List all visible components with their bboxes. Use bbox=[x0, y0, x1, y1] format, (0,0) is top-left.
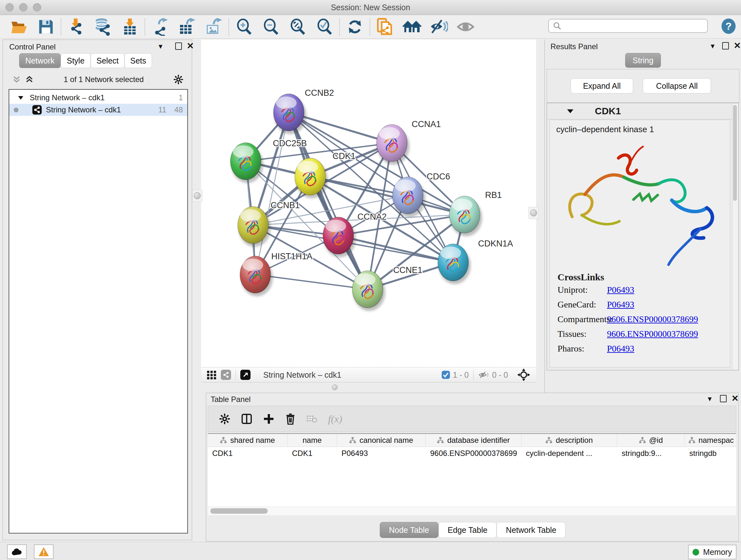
panel-menu-caret-icon[interactable]: ▾ bbox=[158, 42, 162, 51]
node-section-header[interactable]: CDK1 bbox=[547, 103, 738, 119]
expand-all-chevron-icon[interactable] bbox=[24, 75, 34, 84]
export-table-icon[interactable] bbox=[174, 17, 200, 37]
panel-menu-caret-icon[interactable]: ▾ bbox=[711, 42, 715, 51]
tab-sets[interactable]: Sets bbox=[125, 53, 152, 68]
left-splitter-handle[interactable] bbox=[192, 190, 202, 202]
crosslink-link[interactable]: 9606.ENSP00000378699 bbox=[607, 314, 698, 324]
edge-HIST1H1A-CCNB2[interactable] bbox=[255, 112, 289, 274]
results-vertical-scrollbar[interactable] bbox=[732, 104, 738, 369]
fit-pan-crosshair-icon[interactable] bbox=[517, 368, 530, 381]
node-CDC25B[interactable] bbox=[230, 143, 263, 183]
tab-string[interactable]: String bbox=[625, 53, 661, 68]
table-cell[interactable]: stringdb:9... bbox=[617, 449, 685, 458]
search-input[interactable] bbox=[565, 21, 703, 30]
hidden-eye-slash-icon[interactable] bbox=[478, 370, 489, 380]
column-header-name[interactable]: name bbox=[287, 434, 337, 447]
node-RB1[interactable] bbox=[449, 196, 482, 236]
crosslink-link[interactable]: 9606.ENSP00000378699 bbox=[607, 329, 698, 339]
search-box[interactable] bbox=[548, 19, 708, 33]
tab-edge-table[interactable]: Edge Table bbox=[439, 522, 497, 538]
node-CCNE1[interactable] bbox=[352, 271, 385, 311]
column-header-description[interactable]: description bbox=[522, 434, 617, 447]
selected-checkbox-icon[interactable] bbox=[441, 370, 450, 379]
tab-style[interactable]: Style bbox=[61, 53, 91, 68]
node-CDKN1A[interactable] bbox=[438, 244, 471, 284]
node-CCNA2[interactable] bbox=[323, 217, 356, 257]
table-cell[interactable]: CDK1 bbox=[287, 449, 337, 458]
help-button[interactable]: ? bbox=[721, 18, 736, 34]
network-row-selected[interactable]: String Network – cdk1 11 48 bbox=[9, 104, 187, 116]
hide-selected-icon[interactable] bbox=[425, 17, 452, 37]
tab-network[interactable]: Network bbox=[19, 53, 61, 68]
network-collection-row[interactable]: String Network – cdk1 1 bbox=[9, 91, 187, 104]
bottom-splitter-handle[interactable] bbox=[332, 384, 338, 390]
zoom-out-icon[interactable] bbox=[258, 17, 284, 37]
node-CDK1[interactable] bbox=[295, 158, 328, 198]
table-cell[interactable]: stringdb bbox=[685, 449, 736, 458]
close-panel-icon[interactable]: ✕ bbox=[731, 394, 739, 403]
collapse-all-button[interactable]: Collapse All bbox=[643, 78, 711, 94]
zoom-fit-icon[interactable] bbox=[284, 17, 311, 37]
zoom-selected-icon[interactable] bbox=[311, 17, 338, 37]
scrollbar-thumb[interactable] bbox=[733, 105, 737, 201]
collapse-all-chevron-icon[interactable] bbox=[12, 75, 21, 84]
tree-expand-icon[interactable] bbox=[17, 95, 24, 101]
function-icon[interactable]: f(x) bbox=[328, 413, 342, 425]
column-header-@id[interactable]: @id bbox=[617, 434, 685, 447]
gear-icon[interactable] bbox=[173, 74, 184, 84]
tab-node-table[interactable]: Node Table bbox=[380, 522, 439, 538]
split-columns-icon[interactable] bbox=[241, 413, 252, 425]
tab-select[interactable]: Select bbox=[91, 53, 125, 68]
clear-table-icon[interactable] bbox=[307, 415, 317, 423]
float-panel-icon[interactable] bbox=[720, 395, 727, 402]
duplicate-network-icon[interactable] bbox=[372, 17, 399, 37]
network-canvas[interactable]: CCNB2CCNA1CDC25BCDK1CDC6RB1CCNB1CCNA2CDK… bbox=[201, 40, 536, 367]
warning-button[interactable] bbox=[34, 544, 54, 559]
edge-CDK1-RB1[interactable] bbox=[310, 177, 465, 214]
save-session-icon[interactable] bbox=[32, 17, 59, 37]
table-cell[interactable]: 9606.ENSP00000378699 bbox=[426, 449, 522, 458]
node-table[interactable]: shared name name canonical name database… bbox=[208, 433, 736, 507]
houses-icon[interactable] bbox=[399, 17, 425, 37]
right-splitter-handle[interactable] bbox=[529, 207, 539, 219]
table-cell[interactable]: cyclin-dependent ... bbox=[522, 449, 617, 458]
float-panel-icon[interactable] bbox=[722, 42, 729, 50]
expand-all-button[interactable]: Expand All bbox=[570, 78, 633, 94]
crosslink-link[interactable]: P06493 bbox=[607, 344, 634, 354]
export-image-icon[interactable] bbox=[200, 17, 227, 37]
gear-icon[interactable] bbox=[219, 413, 230, 425]
scrollbar-thumb[interactable] bbox=[210, 508, 268, 514]
cloud-button[interactable] bbox=[7, 544, 27, 559]
delete-icon[interactable] bbox=[285, 413, 295, 425]
add-icon[interactable] bbox=[263, 413, 274, 425]
open-in-new-window-icon[interactable] bbox=[240, 370, 251, 380]
show-all-icon[interactable] bbox=[452, 17, 479, 37]
import-network-icon[interactable] bbox=[63, 17, 90, 37]
section-collapse-icon[interactable] bbox=[567, 108, 574, 114]
import-database-icon[interactable] bbox=[90, 17, 117, 37]
node-CCNB2[interactable] bbox=[273, 94, 307, 134]
zoom-in-icon[interactable] bbox=[231, 17, 258, 37]
close-panel-icon[interactable]: ✕ bbox=[734, 42, 741, 50]
memory-button[interactable]: Memory bbox=[688, 545, 737, 559]
refresh-layout-icon[interactable] bbox=[341, 17, 368, 37]
float-panel-icon[interactable] bbox=[175, 43, 182, 50]
table-horizontal-scrollbar[interactable] bbox=[208, 507, 736, 515]
column-header-database-identifier[interactable]: database identifier bbox=[426, 434, 522, 447]
panel-menu-caret-icon[interactable]: ▾ bbox=[708, 394, 712, 403]
table-row[interactable]: CDK1CDK1P064939606.ENSP00000378699cyclin… bbox=[208, 447, 736, 460]
close-panel-icon[interactable]: ✕ bbox=[187, 42, 194, 51]
birds-eye-view-icon[interactable] bbox=[206, 369, 217, 380]
crosslink-link[interactable]: P06493 bbox=[607, 300, 634, 310]
import-table-icon[interactable] bbox=[117, 17, 143, 37]
tab-network-table[interactable]: Network Table bbox=[496, 522, 565, 538]
column-header-namespac[interactable]: namespac bbox=[685, 434, 736, 447]
table-cell[interactable]: P06493 bbox=[337, 449, 426, 458]
open-file-icon[interactable] bbox=[6, 17, 32, 37]
column-header-shared-name[interactable]: shared name bbox=[208, 434, 287, 447]
column-header-canonical-name[interactable]: canonical name bbox=[337, 434, 426, 447]
export-network-icon[interactable] bbox=[147, 17, 174, 37]
table-cell[interactable]: CDK1 bbox=[208, 449, 287, 458]
crosslink-link[interactable]: P06493 bbox=[607, 285, 634, 295]
node-CCNA1[interactable] bbox=[377, 125, 409, 165]
